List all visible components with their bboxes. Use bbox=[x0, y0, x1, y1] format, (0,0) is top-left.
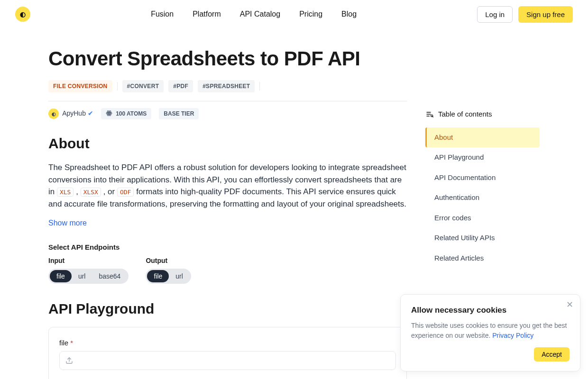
svg-point-0 bbox=[109, 113, 110, 114]
svg-line-10 bbox=[432, 117, 433, 117]
input-option-base64[interactable]: base64 bbox=[92, 270, 127, 282]
cookie-body: This website uses cookies to ensure you … bbox=[411, 321, 570, 341]
input-option-file[interactable]: file bbox=[50, 270, 72, 282]
about-text: , or bbox=[101, 187, 117, 196]
close-icon[interactable]: ✕ bbox=[566, 300, 573, 309]
field-label-text: file bbox=[59, 339, 68, 347]
login-button[interactable]: Log in bbox=[477, 6, 513, 23]
output-label: Output bbox=[146, 256, 191, 266]
toc-item-playground[interactable]: API Playground bbox=[427, 147, 540, 168]
atoms-icon bbox=[106, 110, 112, 117]
playground-heading: API Playground bbox=[48, 298, 407, 319]
nav-link-pricing[interactable]: Pricing bbox=[299, 9, 322, 20]
accept-cookies-button[interactable]: Accept bbox=[534, 347, 570, 361]
divider bbox=[117, 82, 118, 90]
api-meta: ◐ ApyHub ✔ 100 ATOMS BASE TIER bbox=[48, 108, 407, 119]
divider bbox=[48, 101, 407, 101]
page-title: Convert Spreadsheets to PDF API bbox=[48, 44, 407, 73]
input-selector: Input file url base64 bbox=[48, 256, 129, 284]
output-option-file[interactable]: file bbox=[147, 270, 169, 282]
tag-chip[interactable]: #CONVERT bbox=[122, 80, 164, 92]
toc-item-about[interactable]: About bbox=[425, 127, 540, 148]
toc-item-documentation[interactable]: API Documentation bbox=[427, 168, 540, 188]
tag-chip[interactable]: #SPREADSHEET bbox=[198, 80, 255, 92]
cookie-banner: ✕ Allow necessary cookies This website u… bbox=[400, 294, 580, 372]
format-tag: ODF bbox=[117, 188, 134, 197]
endpoints-heading: Select API Endpoints bbox=[48, 242, 407, 253]
cookie-title: Allow necessary cookies bbox=[411, 304, 570, 316]
required-mark: * bbox=[70, 339, 73, 347]
toc-item-error-codes[interactable]: Error codes bbox=[427, 208, 540, 228]
output-selector: Output file url bbox=[146, 256, 191, 284]
upload-icon bbox=[65, 357, 73, 364]
privacy-policy-link[interactable]: Privacy Policy bbox=[492, 332, 533, 339]
format-tag: XLSX bbox=[81, 188, 101, 197]
tag-row: FILE CONVERSION #CONVERT #PDF #SPREADSHE… bbox=[48, 80, 407, 92]
about-heading: About bbox=[48, 133, 407, 154]
verified-icon: ✔ bbox=[88, 109, 93, 117]
atoms-count: 100 ATOMS bbox=[116, 110, 147, 117]
toc-title: Table of contents bbox=[438, 109, 492, 120]
show-more-link[interactable]: Show more bbox=[48, 217, 87, 229]
endpoint-selectors: Input file url base64 Output file url bbox=[48, 256, 407, 284]
nav-link-fusion[interactable]: Fusion bbox=[151, 9, 174, 20]
category-chip[interactable]: FILE CONVERSION bbox=[48, 80, 112, 92]
nav-links: Fusion Platform API Catalog Pricing Blog bbox=[151, 9, 357, 20]
tier-badge: BASE TIER bbox=[159, 108, 199, 119]
about-body: The Spreadsheet to PDF API offers a robu… bbox=[48, 162, 407, 210]
author[interactable]: ◐ ApyHub ✔ bbox=[48, 108, 93, 119]
about-text: , bbox=[74, 187, 80, 196]
toc-item-related-articles[interactable]: Related Articles bbox=[427, 248, 540, 269]
nav-link-blog[interactable]: Blog bbox=[341, 9, 357, 20]
signup-button[interactable]: Sign up free bbox=[518, 6, 573, 23]
nav-link-platform[interactable]: Platform bbox=[193, 9, 221, 20]
playground-panel: file * Show optional inputs Send Request bbox=[48, 327, 407, 379]
input-segment: file url base64 bbox=[48, 269, 129, 284]
input-label: Input bbox=[48, 256, 129, 266]
file-upload-input[interactable] bbox=[59, 351, 396, 370]
divider bbox=[259, 82, 260, 90]
toc-list: About API Playground API Documentation A… bbox=[426, 127, 540, 269]
top-nav: ◐ Fusion Platform API Catalog Pricing Bl… bbox=[0, 0, 588, 28]
table-of-contents: Table of contents About API Playground A… bbox=[426, 38, 540, 268]
cookie-text: This website uses cookies to ensure you … bbox=[411, 322, 567, 339]
atoms-badge: 100 ATOMS bbox=[101, 108, 151, 119]
main-content: Convert Spreadsheets to PDF API FILE CON… bbox=[48, 38, 407, 379]
nav-actions: Log in Sign up free bbox=[477, 6, 573, 23]
toc-heading: Table of contents bbox=[426, 109, 540, 120]
author-avatar-icon: ◐ bbox=[48, 108, 59, 119]
nav-link-api-catalog[interactable]: API Catalog bbox=[240, 9, 280, 20]
toc-item-authentication[interactable]: Authentication bbox=[427, 188, 540, 208]
file-field-label: file * bbox=[59, 338, 396, 349]
brand-logo[interactable]: ◐ bbox=[15, 7, 30, 22]
format-tag: XLS bbox=[57, 188, 74, 197]
toc-icon bbox=[426, 110, 433, 118]
toc-item-related-apis[interactable]: Related Utility APIs bbox=[427, 228, 540, 248]
output-option-url[interactable]: url bbox=[169, 270, 190, 282]
input-option-url[interactable]: url bbox=[72, 270, 92, 282]
tag-chip[interactable]: #PDF bbox=[168, 80, 193, 92]
output-segment: file url bbox=[146, 269, 191, 284]
author-name: ApyHub bbox=[62, 109, 86, 117]
